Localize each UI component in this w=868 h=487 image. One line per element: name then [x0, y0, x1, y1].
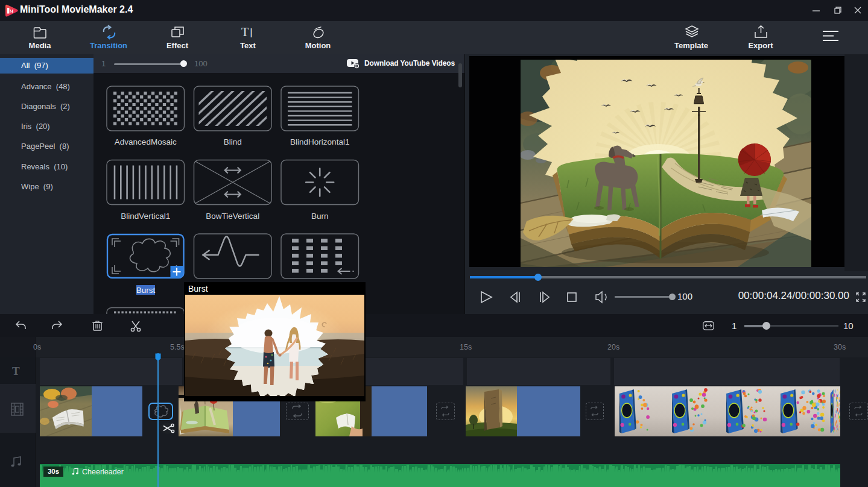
- svg-text:Burst: Burst: [136, 286, 156, 295]
- svg-text:AdvancedMosaic: AdvancedMosaic: [115, 137, 177, 146]
- svg-text:BlindHorizontal1: BlindHorizontal1: [290, 137, 349, 146]
- svg-text:Burn: Burn: [311, 212, 329, 221]
- svg-text:BowTieVertical: BowTieVertical: [206, 212, 259, 221]
- svg-text:BlindVertical1: BlindVertical1: [121, 212, 170, 221]
- svg-text:Blind: Blind: [224, 137, 242, 146]
